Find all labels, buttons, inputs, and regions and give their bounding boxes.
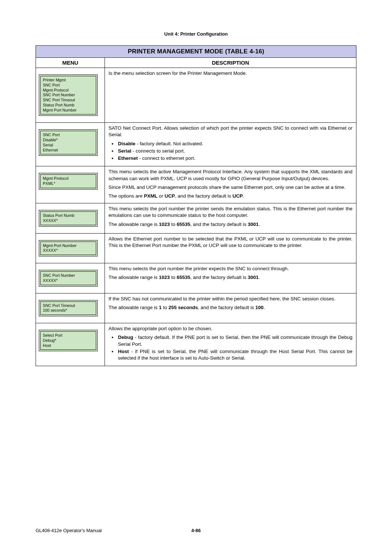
description-cell: Allows the appropriate port option to be…: [105, 323, 356, 366]
lcd-line: XXXXX*: [43, 278, 94, 283]
description-cell: If the SNC has not communicated to the p…: [105, 293, 356, 323]
description-final: The options are PXML or UCP, and the fac…: [109, 193, 352, 199]
bullet-rest: - factory default. Not activated.: [135, 141, 203, 146]
bullet-rest: - if PNE is set to Serial, the PNE will …: [118, 349, 352, 361]
description-para: If the SNC has not communicated to the p…: [109, 296, 352, 302]
description-intro: Allows the appropriate port option to be…: [109, 325, 352, 332]
table-row: Mgmt Port NumberXXXXX*Allows the Etherne…: [36, 233, 356, 263]
description-text: Is the menu selection screen for the Pri…: [109, 70, 352, 77]
lcd-line: Debug*: [43, 338, 94, 343]
bullet-item: Ethernet - connect to ethernet port.: [117, 155, 352, 162]
lcd-line: Mgmt Port Number: [43, 243, 94, 248]
lcd-panel: Mgmt Port NumberXXXXX*: [39, 240, 98, 257]
lcd-line: Mgmt Protocol: [43, 88, 94, 93]
description-cell: This menu selects the port number the pr…: [105, 263, 356, 293]
lcd-inner: Status Port NumbXXXXX*: [40, 211, 96, 225]
lcd-panel: Status Port NumbXXXXX*: [39, 210, 98, 227]
description-cell: This menu selects the active Management …: [105, 166, 356, 203]
lcd-inner: SNC Port Timeout100 seconds*: [40, 301, 96, 315]
lcd-line: SNC Port Timeout: [43, 303, 94, 308]
description-intro: SATO Net Connect Port. Allows selection …: [109, 125, 352, 138]
page-footer: GL408-412e Operator's Manual 4-86 GL408-…: [36, 528, 356, 533]
table-row: Mgmt ProtocolPXML*This menu selects the …: [36, 166, 356, 203]
table-row: SNC Port NumberXXXXX*This menu selects t…: [36, 263, 356, 293]
description-final: The allowable range is 1 to 255 seconds,…: [109, 304, 352, 311]
description-cell: SATO Net Connect Port. Allows selection …: [105, 123, 356, 166]
description-text: Allows the Ethernet port number to be se…: [109, 236, 352, 249]
lcd-inner: SNC PortDisable*SerialEthernet: [40, 131, 96, 154]
lcd-line: XXXXX*: [43, 218, 94, 223]
bullet-list: Debug - factory default. If the PNE port…: [109, 334, 352, 361]
table-row: SNC PortDisable*SerialEthernetSATO Net C…: [36, 123, 356, 166]
lcd-line: SNC Port Number: [43, 93, 94, 98]
description-cell: Is the menu selection screen for the Pri…: [105, 68, 356, 123]
lcd-line: XXXXX*: [43, 248, 94, 253]
description-para: Since PXML and UCP management protocols …: [109, 184, 352, 191]
lcd-panel: Printer MgmtSNC PortMgmt ProtocolSNC Por…: [39, 74, 98, 116]
lcd-line: Status Port Numb: [43, 103, 94, 108]
bullet-item: Serial - connects to serial port.: [117, 148, 352, 154]
menu-cell: Status Port NumbXXXXX*: [36, 203, 105, 234]
config-table: PRINTER MANAGEMENT MODE (TABLE 4-16) MEN…: [36, 45, 356, 366]
description-cell: This menu selects the port number the pr…: [105, 203, 356, 234]
bullet-rest: - factory default. If the PNE port is se…: [118, 335, 352, 347]
lcd-line: Host: [43, 343, 94, 348]
bullet-bold: Serial: [118, 148, 131, 154]
lcd-panel: SNC Port NumberXXXXX*: [39, 270, 98, 287]
lcd-inner: Printer MgmtSNC PortMgmt ProtocolSNC Por…: [40, 76, 96, 114]
menu-cell: Mgmt Port NumberXXXXX*: [36, 233, 105, 263]
lcd-inner: Select PortDebug*Host: [40, 331, 96, 350]
menu-cell: SNC PortDisable*SerialEthernet: [36, 123, 105, 166]
bullet-item: Disable - factory default. Not activated…: [117, 141, 352, 147]
table-title: PRINTER MANAGEMENT MODE (TABLE 4-16): [36, 46, 356, 58]
description-final: The allowable range is 1023 to 65535, an…: [109, 274, 352, 281]
bullet-bold: Host: [118, 349, 129, 354]
unit-header: Unit 4: Printer Configuration: [36, 31, 356, 37]
bullet-bold: Debug: [118, 335, 133, 340]
bullet-rest: - connects to serial port.: [131, 148, 185, 154]
table-row: Printer MgmtSNC PortMgmt ProtocolSNC Por…: [36, 68, 356, 123]
lcd-line: Serial: [43, 143, 94, 148]
lcd-line: Printer Mgmt: [43, 78, 94, 83]
bullet-item: Host - if PNE is set to Serial, the PNE …: [117, 348, 352, 361]
lcd-line: Select Port: [43, 333, 94, 338]
bullet-bold: Ethernet: [118, 155, 138, 161]
lcd-inner: SNC Port NumberXXXXX*: [40, 271, 96, 285]
table-row: SNC Port Timeout100 seconds*If the SNC h…: [36, 293, 356, 323]
lcd-inner: Mgmt ProtocolPXML*: [40, 174, 96, 188]
table-row: Status Port NumbXXXXX*This menu selects …: [36, 203, 356, 234]
description-cell: Allows the Ethernet port number to be se…: [105, 233, 356, 263]
lcd-line: PXML*: [43, 181, 94, 186]
menu-cell: Select PortDebug*Host: [36, 323, 105, 366]
description-final: The allowable range is 1023 to 65535, an…: [109, 221, 352, 228]
table-row: Select PortDebug*HostAllows the appropri…: [36, 323, 356, 366]
lcd-line: Ethernet: [43, 148, 94, 153]
lcd-line: SNC Port: [43, 133, 94, 138]
bullet-list: Disable - factory default. Not activated…: [109, 141, 352, 162]
col-menu: MENU: [36, 58, 105, 68]
bullet-bold: Disable: [118, 141, 135, 146]
menu-cell: SNC Port NumberXXXXX*: [36, 263, 105, 293]
description-para: This menu selects the active Management …: [109, 169, 352, 182]
lcd-line: Mgmt Port Number: [43, 108, 94, 113]
lcd-panel: SNC PortDisable*SerialEthernet: [39, 129, 98, 156]
lcd-inner: Mgmt Port NumberXXXXX*: [40, 242, 96, 255]
bullet-rest: - connect to ethernet port.: [138, 155, 195, 161]
lcd-line: SNC Port Timeout: [43, 98, 94, 103]
description-para: This menu selects the port number the pr…: [109, 266, 352, 272]
page: Unit 4: Printer Configuration PRINTER MA…: [0, 0, 392, 381]
menu-cell: Printer MgmtSNC PortMgmt ProtocolSNC Por…: [36, 68, 105, 123]
lcd-line: 100 seconds*: [43, 308, 94, 313]
description-para: This menu selects the port number the pr…: [109, 206, 352, 219]
lcd-line: SNC Port: [43, 83, 94, 88]
lcd-line: Status Port Numb: [43, 213, 94, 218]
lcd-panel: SNC Port Timeout100 seconds*: [39, 300, 98, 317]
menu-cell: SNC Port Timeout100 seconds*: [36, 293, 105, 323]
footer-manual-name: GL408-412e Operator's Manual: [36, 528, 102, 533]
col-desc: DESCRIPTION: [105, 58, 356, 68]
lcd-panel: Select PortDebug*Host: [39, 330, 98, 351]
footer-page-number: 4-86: [102, 528, 290, 533]
lcd-panel: Mgmt ProtocolPXML*: [39, 173, 98, 190]
lcd-line: Disable*: [43, 138, 94, 143]
lcd-line: SNC Port Number: [43, 273, 94, 278]
